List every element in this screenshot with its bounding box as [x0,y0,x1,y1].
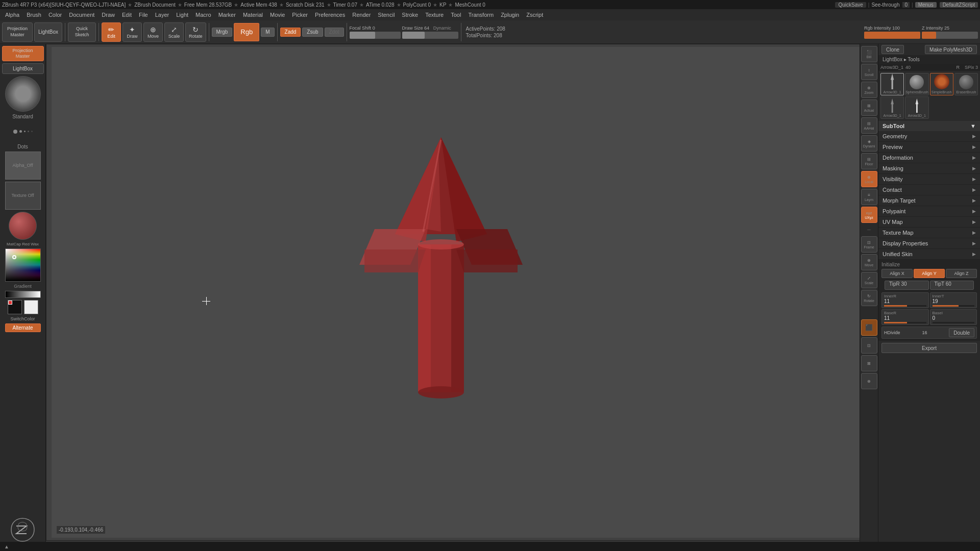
scale-btn[interactable]: ⤢ Scale [164,22,184,42]
baser-param[interactable]: BaseR 11 [881,309,929,325]
menu-tool[interactable]: Tool [448,11,464,19]
icon-rotate-btn[interactable]: ↻ Rotate [861,290,877,306]
draw-btn[interactable]: ✦ Draw [122,22,142,42]
local-btn[interactable]: ⊕ Local [861,171,877,187]
alpha-box[interactable]: Alpha_Off [5,152,41,180]
canvas-area[interactable]: -0.193,0.104,-0.466 [46,44,869,541]
menu-draw[interactable]: Draw [99,11,118,19]
aahal-btn[interactable]: ⊟ AAHal [861,117,877,134]
export-btn[interactable]: Export [881,343,977,353]
menu-zplugin[interactable]: Zplugin [498,11,522,19]
scroll-btn[interactable]: ↕ Scroll [861,64,877,80]
tipr-btn[interactable]: TipR 30 [885,281,929,290]
bill-btn[interactable]: ⬛ Bill [861,46,877,62]
rotate-btn[interactable]: ↻ Rotate [185,22,206,42]
color-picker[interactable] [5,248,41,282]
masking-section[interactable]: Masking ▶ [878,163,980,174]
innerr-param[interactable]: InnerR 11 [881,292,929,308]
default-zscript[interactable]: DefaultZScript [940,2,978,8]
lightbox-tools-header[interactable]: LightBox ▸ Tools [878,55,980,64]
texture-box[interactable]: Texture Off [5,182,41,210]
snap-btn[interactable]: ⬛ [861,319,877,336]
zoom-btn[interactable]: ⊕ Zoom [861,82,877,98]
swatch-black[interactable] [8,300,22,314]
morph-target-section[interactable]: Morph Target ▶ [878,195,980,206]
extra-btn-2[interactable]: ⊠ [861,355,877,371]
menu-movie[interactable]: Movie [267,11,288,19]
subtool-header[interactable]: SubTool ▼ [878,121,980,131]
menu-texture[interactable]: Texture [422,11,447,19]
menu-file[interactable]: File [136,11,151,19]
zdot-btn[interactable]: Zdot [325,28,344,37]
brush-thumb-eraser[interactable]: EraserBrush [954,73,978,95]
clone-btn[interactable]: Clone [881,45,904,54]
alternate-btn[interactable]: Alternate [5,323,41,332]
innert-param[interactable]: InnerT 19 [930,292,977,308]
menu-alpha[interactable]: Alpha [2,11,22,19]
mrgb-btn[interactable]: Mrgb [212,28,233,37]
menu-stencil[interactable]: Stencil [375,11,398,19]
preview-section[interactable]: Preview ▶ [878,142,980,153]
brush-thumb-arrow3d-3[interactable]: Arrow3D_1 [905,96,928,119]
menu-marker[interactable]: Marker [215,11,239,19]
align-z-btn[interactable]: Align Z [946,269,977,278]
menu-stroke[interactable]: Stroke [399,11,421,19]
quick-save-top[interactable]: QuickSave [835,2,866,8]
tipt-btn[interactable]: TipT 60 [930,281,974,290]
see-through-val[interactable]: 0 [902,2,910,8]
menu-material[interactable]: Material [240,11,266,19]
display-properties-section[interactable]: Display Properties ▶ [878,238,980,249]
dots-preview[interactable] [5,121,41,142]
unified-skin-section[interactable]: Unified Skin ▶ [878,249,980,260]
edit-btn[interactable]: ✏ Edit [102,22,121,42]
extra-btn-3[interactable]: ⊕ [861,373,877,389]
contact-section[interactable]: Contact ▶ [878,185,980,195]
menu-document[interactable]: Document [66,11,97,19]
brush-thumb-arrow3d-2[interactable]: Arrow3D_1 [880,96,904,119]
lightbox-btn[interactable]: LightBox [34,22,62,42]
texture-map-section[interactable]: Texture Map ▶ [878,228,980,238]
hdivide-param[interactable]: HDivide 16 Double [881,327,977,339]
material-ball[interactable] [9,212,37,240]
visibility-section[interactable]: Visibility ▶ [878,174,980,185]
deformation-section[interactable]: Deformation ▶ [878,153,980,163]
actual-btn[interactable]: ⊞ Actual [861,99,877,116]
floor-btn[interactable]: ⊟ Floor [861,153,877,169]
brush-thumb-simple[interactable]: SimpleBrush [930,73,953,95]
brush-preview[interactable] [5,76,41,112]
menu-picker[interactable]: Picker [289,11,311,19]
rgb-intensity-slider[interactable] [864,32,920,39]
laym-btn[interactable]: ≡ Laym [861,189,877,205]
z-intensity-slider[interactable] [922,32,978,39]
geometry-section[interactable]: Geometry ▶ [878,131,980,142]
baset-param[interactable]: BaseI 0 [930,309,977,325]
align-x-btn[interactable]: Align X [881,269,913,278]
menus-btn[interactable]: Menus [915,2,937,8]
menu-render[interactable]: Render [349,11,374,19]
icon-scale-btn[interactable]: ⤢ Scale [861,272,877,288]
frame-btn[interactable]: ⊡ Frame [861,236,877,253]
menu-macro[interactable]: Macro [192,11,214,19]
rgb-btn[interactable]: Rgb [234,23,259,41]
m-btn[interactable]: M [261,28,274,37]
polypaint-section[interactable]: Polypaint ▶ [878,206,980,217]
brush-thumb-arrow3d-big[interactable]: Arrow3D_1 [880,73,904,95]
menu-color[interactable]: Color [45,11,65,19]
menu-brush[interactable]: Brush [23,11,44,19]
dynamic-persp-btn[interactable]: ◈ Dynami [861,135,877,152]
zsub-btn[interactable]: Zsub [302,28,323,37]
move-btn[interactable]: ⊕ Move [143,22,163,42]
gradient-strip[interactable] [5,291,41,298]
uxyz-btn[interactable]: xyz UXyz [861,207,877,223]
align-y-btn[interactable]: Align Y [914,269,945,278]
projection-master-btn[interactable]: ProjectionMaster [2,22,33,42]
menu-light[interactable]: Light [173,11,191,19]
menu-layer[interactable]: Layer [152,11,173,19]
left-lightbox[interactable]: LightBox [2,63,44,74]
quick-sketch-btn[interactable]: QuickSketch [68,22,96,42]
swatch-white[interactable] [24,300,38,314]
brush-thumb-spheres[interactable]: SpheresBrush [905,73,928,95]
focal-shift-slider[interactable] [350,32,401,39]
menu-zscript[interactable]: Zscript [523,11,546,19]
double-btn[interactable]: Double [949,328,974,337]
